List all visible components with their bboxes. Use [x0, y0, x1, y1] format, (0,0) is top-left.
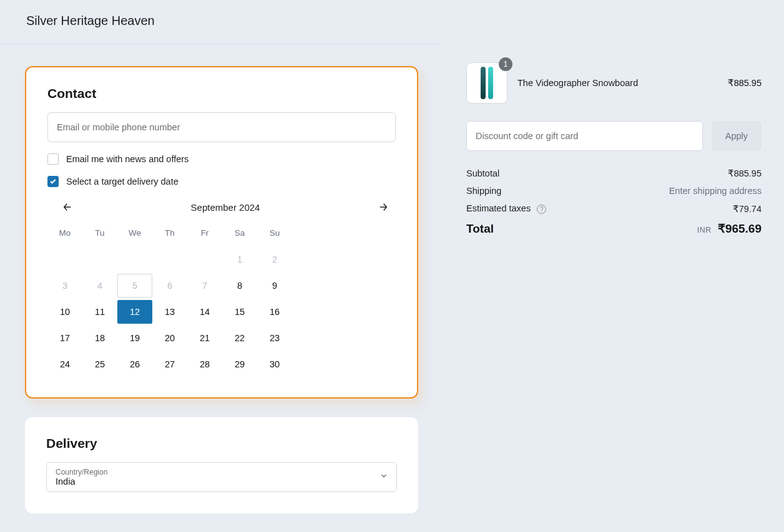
news-offers-label: Email me with news and offers	[66, 154, 189, 164]
target-date-row[interactable]: Select a target delivery date	[47, 176, 396, 187]
calendar-day: 3	[47, 274, 82, 297]
target-date-checkbox[interactable]	[47, 176, 59, 187]
calendar-day[interactable]: 18	[82, 326, 117, 350]
calendar-day[interactable]: 9	[257, 274, 292, 297]
calendar-weekday: Th	[152, 225, 187, 245]
contact-section: Contact Email me with news and offers Se…	[25, 66, 418, 399]
calendar-day[interactable]: 24	[47, 352, 82, 376]
calendar-day[interactable]: 30	[257, 352, 292, 376]
country-select-label: Country/Region	[56, 468, 388, 476]
cart-line-item: 1 The Videographer Snowboard ₹885.95	[466, 62, 762, 104]
calendar-day: 6	[152, 274, 187, 297]
delivery-title: Delivery	[46, 436, 397, 451]
contact-email-input[interactable]	[47, 112, 396, 142]
calendar-day[interactable]: 12	[117, 300, 152, 324]
taxes-help-icon[interactable]: ?	[537, 205, 546, 214]
calendar-weekday: Su	[257, 225, 292, 245]
product-price: ₹885.95	[728, 78, 762, 88]
country-select[interactable]: Country/Region India	[46, 462, 397, 492]
news-offers-row[interactable]: Email me with news and offers	[47, 153, 396, 165]
total-currency: INR	[697, 226, 712, 235]
calendar-day: 2	[257, 248, 292, 271]
calendar-day[interactable]: 27	[152, 352, 187, 376]
calendar-weekday: Fr	[187, 225, 222, 245]
calendar-day[interactable]: 17	[47, 326, 82, 350]
calendar-day[interactable]: 14	[187, 300, 222, 324]
delivery-section: Delivery Country/Region India	[25, 417, 418, 513]
contact-title: Contact	[47, 86, 396, 101]
calendar-weekday: We	[117, 225, 152, 245]
calendar-day[interactable]: 13	[152, 300, 187, 324]
calendar-day[interactable]: 25	[82, 352, 117, 376]
shipping-row: Shipping Enter shipping address	[466, 186, 762, 196]
calendar-day[interactable]: 26	[117, 352, 152, 376]
order-summary-pane: 1 The Videographer Snowboard ₹885.95 App…	[443, 0, 784, 532]
delivery-date-calendar: September 2024 MoTuWeThFrSaSu12345678910…	[47, 198, 396, 376]
product-name: The Videographer Snowboard	[517, 78, 718, 88]
calendar-day[interactable]: 23	[257, 326, 292, 350]
calendar-empty	[47, 248, 82, 271]
calendar-empty	[82, 248, 117, 271]
total-row: Total INR ₹965.69	[466, 221, 762, 236]
chevron-down-icon	[380, 472, 388, 483]
calendar-day[interactable]: 21	[187, 326, 222, 350]
calendar-day[interactable]: 22	[222, 326, 257, 350]
calendar-weekday: Mo	[47, 225, 82, 245]
calendar-day[interactable]: 28	[187, 352, 222, 376]
calendar-empty	[117, 248, 152, 271]
subtotal-label: Subtotal	[466, 168, 499, 178]
calendar-day: 5	[117, 274, 152, 297]
subtotal-row: Subtotal ₹885.95	[466, 168, 762, 178]
calendar-day[interactable]: 20	[152, 326, 187, 350]
calendar-day[interactable]: 19	[117, 326, 152, 350]
shipping-value: Enter shipping address	[669, 186, 762, 196]
calendar-day: 1	[222, 248, 257, 271]
total-label: Total	[466, 222, 494, 236]
product-thumbnail: 1	[466, 62, 507, 104]
quantity-badge: 1	[499, 57, 512, 71]
calendar-next-icon[interactable]	[375, 198, 392, 216]
calendar-day[interactable]: 16	[257, 300, 292, 324]
calendar-day[interactable]: 15	[222, 300, 257, 324]
calendar-empty	[152, 248, 187, 271]
discount-code-input[interactable]	[466, 121, 703, 151]
calendar-day: 7	[187, 274, 222, 297]
calendar-day[interactable]: 10	[47, 300, 82, 324]
calendar-grid: MoTuWeThFrSaSu12345678910111213141516171…	[47, 225, 292, 376]
calendar-day[interactable]: 29	[222, 352, 257, 376]
calendar-day[interactable]: 11	[82, 300, 117, 324]
calendar-day[interactable]: 8	[222, 274, 257, 297]
taxes-row: Estimated taxes ? ₹79.74	[466, 203, 762, 214]
subtotal-value: ₹885.95	[728, 168, 762, 178]
country-select-value: India	[56, 476, 388, 486]
calendar-day: 4	[82, 274, 117, 297]
calendar-empty	[187, 248, 222, 271]
calendar-month-label: September 2024	[191, 202, 260, 213]
header-divider	[0, 44, 440, 44]
taxes-value: ₹79.74	[733, 204, 762, 214]
news-offers-checkbox[interactable]	[47, 153, 59, 165]
calendar-prev-icon[interactable]	[59, 198, 76, 216]
apply-discount-button[interactable]: Apply	[712, 121, 762, 151]
target-date-label: Select a target delivery date	[66, 177, 179, 186]
total-amount: ₹965.69	[718, 221, 762, 236]
calendar-weekday: Tu	[82, 225, 117, 245]
store-name: Silver Heritage Heaven	[26, 14, 155, 28]
taxes-label: Estimated taxes	[466, 203, 531, 213]
calendar-weekday: Sa	[222, 225, 257, 245]
shipping-label: Shipping	[466, 186, 501, 196]
checkout-form-pane: Contact Email me with news and offers Se…	[0, 0, 443, 532]
